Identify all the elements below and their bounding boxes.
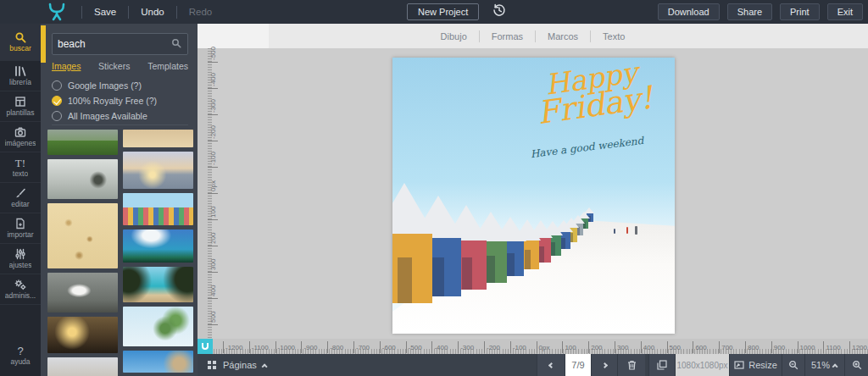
image-result-colorful-beach-huts[interactable]: [123, 193, 193, 225]
brand-logo-icon[interactable]: [44, 3, 70, 21]
ruler-tick-label: 100: [562, 341, 576, 353]
sidebar-item-importar[interactable]: importar: [0, 213, 41, 244]
zoom-level-selector[interactable]: 51%: [804, 354, 844, 376]
image-result-foggy-cliff-tree[interactable]: [47, 159, 118, 199]
ruler-tick-label: 300: [615, 341, 628, 353]
tab-marcos[interactable]: Marcos: [536, 31, 590, 41]
ruler-units-toggle[interactable]: [198, 339, 213, 354]
zoom-in-button[interactable]: [844, 354, 868, 376]
filter-label: 100% Royalty Free (?): [68, 96, 157, 106]
previous-page-button[interactable]: [537, 354, 565, 376]
image-result-misty-shore[interactable]: [47, 357, 118, 376]
design-dimensions: 1080x1080px: [675, 354, 729, 376]
filter-all-images[interactable]: All Images Available: [52, 108, 194, 124]
save-button[interactable]: Save: [94, 7, 116, 17]
share-button[interactable]: Share: [727, 3, 772, 20]
search-input[interactable]: [53, 38, 171, 50]
chevron-up-icon: [832, 363, 838, 369]
print-button[interactable]: Print: [780, 3, 820, 20]
download-button[interactable]: Download: [658, 3, 720, 20]
thumb-column: [47, 130, 118, 376]
ruler-tick-label: 700: [719, 341, 732, 353]
filter-google-images[interactable]: Google Images (?): [52, 78, 194, 93]
brush-icon: [14, 187, 26, 199]
bottom-bar-controls: 7/9 1080x1080px Resize 51%: [537, 354, 868, 376]
design-person-figure: [635, 226, 637, 235]
canvas-toolbar-left-segment: [198, 24, 269, 48]
ruler-tick-label: 1000: [798, 341, 815, 353]
ruler-tick-label: 1100: [823, 341, 840, 353]
library-books-icon: [14, 65, 26, 77]
filter-label: Google Images (?): [68, 80, 142, 91]
next-page-button[interactable]: [591, 354, 617, 376]
ruler-tick-label: 400: [208, 285, 218, 299]
tab-images[interactable]: Images: [52, 61, 81, 73]
hut-roof: [392, 183, 434, 234]
image-result-crowded-sandy-beach[interactable]: [47, 203, 118, 268]
sidebar-item-libreria[interactable]: librería: [0, 61, 41, 91]
hut-door: [561, 238, 565, 249]
pages-toggle[interactable]: Páginas: [208, 357, 268, 373]
radio-icon: [52, 80, 62, 91]
image-result-blue-ocean-bay[interactable]: [123, 229, 193, 263]
sidebar-item-plantillas[interactable]: plantillas: [0, 91, 41, 122]
sidebar-item-texto[interactable]: T! texto: [0, 152, 41, 183]
duplicate-page-button[interactable]: [648, 354, 675, 376]
image-result-sunset-over-sea[interactable]: [123, 152, 193, 189]
tab-formas[interactable]: Formas: [480, 31, 535, 41]
image-result-palm-beach-shore[interactable]: [123, 267, 193, 302]
text-tool-icon: T!: [15, 158, 25, 169]
sidebar-item-buscar[interactable]: buscar: [0, 24, 41, 61]
image-result-dark-sunset-beach[interactable]: [47, 317, 118, 353]
radio-icon: [52, 111, 62, 121]
ruler-tick-label: 900: [771, 341, 785, 353]
sidebar-item-label: adminis...: [5, 291, 36, 300]
help-icon: ?: [17, 346, 23, 357]
ruler-tick-label: -600: [380, 341, 396, 353]
ruler-tick-label: -100: [510, 341, 526, 353]
zoom-out-button[interactable]: [782, 354, 804, 376]
image-result-white-egret-bird[interactable]: [47, 273, 118, 312]
gears-icon: [14, 279, 26, 290]
resize-button[interactable]: Resize: [729, 354, 782, 376]
exit-button[interactable]: Exit: [827, 3, 863, 20]
sidebar-item-imagenes[interactable]: imágenes: [0, 122, 41, 152]
ruler-tick-label: -100: [208, 152, 218, 168]
design-artboard[interactable]: Happy Friday! Have a good weekend: [392, 58, 675, 334]
image-result-palm-trees-sky[interactable]: [123, 307, 193, 346]
undo-button[interactable]: Undo: [141, 7, 164, 17]
sidebar-item-ajustes[interactable]: ajustes: [0, 244, 41, 274]
ruler-tick-label: -400: [431, 341, 448, 353]
sidebar-item-label: imágenes: [5, 139, 36, 147]
result-type-tabs: Images Stickers Templates: [52, 61, 188, 73]
tab-stickers[interactable]: Stickers: [98, 61, 130, 73]
ruler-tick-label: 500: [208, 312, 218, 325]
image-source-filters: Google Images (?) 100% Royalty Free (?) …: [52, 78, 194, 124]
filter-royalty-free[interactable]: 100% Royalty Free (?): [52, 93, 194, 108]
ruler-tick-label: -400: [208, 73, 218, 89]
delete-page-button[interactable]: [617, 354, 645, 376]
sidebar-item-editar[interactable]: editar: [0, 183, 41, 213]
ruler-tick-label: 0px: [537, 341, 550, 353]
search-icon[interactable]: [171, 36, 181, 52]
image-result-sky-through-branches[interactable]: [123, 351, 193, 373]
image-result-paraglider-green-field[interactable]: [47, 130, 118, 155]
ruler-tick-label: -300: [208, 99, 218, 115]
camera-icon: [14, 126, 26, 138]
redo-button[interactable]: Redo: [189, 7, 213, 17]
sliders-icon: [14, 248, 26, 260]
tab-templates[interactable]: Templates: [147, 61, 188, 73]
tab-dibujo[interactable]: Dibujo: [429, 31, 479, 41]
new-project-button[interactable]: New Project: [407, 3, 479, 20]
sidebar-item-adminis[interactable]: adminis...: [0, 274, 41, 305]
hut-door: [462, 257, 472, 290]
sidebar-item-ayuda[interactable]: ? ayuda: [0, 340, 41, 371]
hut-door: [525, 250, 531, 269]
hut-door: [432, 257, 444, 296]
tab-texto[interactable]: Texto: [591, 31, 637, 41]
sidebar-item-label: buscar: [9, 44, 31, 53]
image-result-feet-on-sand[interactable]: [123, 130, 193, 147]
hut-door: [507, 253, 514, 276]
history-icon[interactable]: [492, 3, 506, 20]
sidebar-item-label: ajustes: [9, 261, 32, 269]
